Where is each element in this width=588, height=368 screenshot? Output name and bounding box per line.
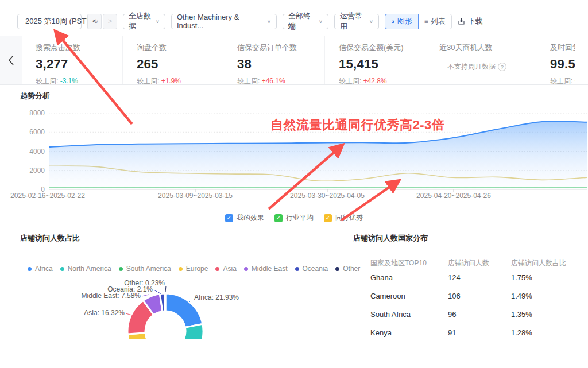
region-legend-item[interactable]: Oceania: [295, 265, 328, 273]
table-cell: Kenya: [353, 328, 448, 337]
table-cell: Cameroon: [353, 292, 448, 300]
pie-chart-icon: ◕: [391, 18, 395, 25]
kpi-label: 询盘个数: [137, 42, 223, 53]
legend-dot: [28, 267, 32, 271]
chevron-down-icon: ∨: [319, 19, 323, 24]
trend-legend: ✓我的效果✓行业平均✓同行优秀: [0, 213, 588, 223]
pie-slice-north-america[interactable]: [172, 324, 203, 339]
kpi-delta: 较上周: +1.9%: [137, 76, 223, 84]
table-cell: 1.28%: [511, 328, 580, 337]
view-toggle: ◕图形 ≡列表: [385, 14, 452, 29]
kpi-value: 15,415: [339, 57, 425, 72]
legend-label: Middle East: [252, 265, 288, 273]
date-picker[interactable]: 2025 第18周 (PST) ∨: [17, 14, 82, 29]
y-axis-tick: 4000: [29, 148, 45, 156]
metric-preset-select[interactable]: 运营常用∨: [334, 14, 379, 29]
compare-label: 较上周:: [237, 77, 262, 84]
region-legend: AfricaNorth AmericaSouth AmericaEuropeAs…: [28, 265, 360, 273]
table-cell: 1.35%: [511, 310, 580, 319]
table-row: Kenya911.28%: [353, 323, 580, 342]
country-table: 店铺访问人数国家分布 国家及地区TOP10店铺访问人数店铺访问人数占比 Ghan…: [353, 233, 580, 342]
region-legend-item[interactable]: Africa: [28, 265, 53, 273]
legend-dot: [244, 267, 248, 271]
terminal-select[interactable]: 全部终端∨: [283, 14, 328, 29]
kpi-label: 近30天商机人数: [439, 42, 536, 53]
next-week-button[interactable]: >: [103, 14, 117, 29]
compare-label: 较上周:: [550, 77, 575, 84]
region-legend-item[interactable]: North America: [60, 265, 111, 273]
help-icon[interactable]: ?: [498, 63, 506, 71]
legend-dot: [295, 267, 299, 271]
table-column-header: 国家及地区TOP10: [353, 258, 448, 268]
kpi-label: 搜索点击次数: [36, 42, 122, 53]
legend-label: 行业平均: [286, 213, 314, 223]
table-row: Cameroon1061.49%: [353, 286, 580, 305]
kpi-label: 及时回复率: [550, 42, 575, 53]
kpi-delta: 较上周: +46.1%: [237, 76, 324, 84]
y-axis-tick: 2000: [29, 166, 45, 175]
legend-label: North America: [68, 265, 111, 273]
trend-legend-item[interactable]: ✓行业平均: [274, 213, 314, 223]
kpi-label: 信保交易订单个数: [237, 42, 324, 53]
legend-dot: [215, 267, 219, 271]
kpi-delta-value: +46.1%: [262, 77, 285, 84]
legend-label: 我的效果: [237, 213, 264, 223]
region-legend-item[interactable]: Middle East: [244, 265, 288, 273]
kpi-note: 不支持周月数据?: [439, 62, 536, 72]
trend-section-title: 趋势分析: [20, 91, 50, 101]
x-axis-label: 2025-02-16~2025-02-22: [10, 192, 85, 200]
kpi-card: 信保交易金额(美元)15,415较上周: +42.8%: [324, 36, 425, 84]
chevron-left-icon: [8, 55, 14, 65]
analytics-dashboard: 2025 第18周 (PST) ∨ < > 全店数据∨ Other Machin…: [0, 0, 588, 368]
x-axis-label: 2025-03-30~2025-04-05: [290, 192, 365, 200]
chart-view-button[interactable]: ◕图形: [385, 14, 419, 29]
kpi-delta: 较上周: -3.1%: [36, 76, 122, 84]
pie-slice-other[interactable]: [165, 293, 165, 311]
region-legend-item[interactable]: South America: [119, 265, 171, 273]
table-cell: 106: [448, 292, 511, 300]
region-legend-item[interactable]: Europe: [179, 265, 208, 273]
legend-checkbox[interactable]: ✓: [324, 214, 332, 222]
category-select[interactable]: Other Machinery & Indust...∨: [171, 14, 277, 29]
date-picker-value: 2025 第18周 (PST): [25, 16, 89, 26]
list-icon: ≡: [424, 17, 428, 25]
trend-legend-item[interactable]: ✓我的效果: [225, 213, 264, 223]
kpi-value: 265: [137, 57, 223, 72]
x-axis-label: 2025-04-20~2025-04-26: [416, 192, 491, 200]
download-button[interactable]: 下载: [458, 16, 483, 26]
legend-checkbox[interactable]: ✓: [274, 214, 283, 222]
table-cell: 124: [448, 273, 511, 282]
trend-legend-item[interactable]: ✓同行优秀: [324, 213, 363, 223]
chevron-down-icon: ∨: [267, 19, 271, 24]
pie-label: Middle East: 7.58%: [82, 292, 141, 300]
store-data-select[interactable]: 全店数据∨: [123, 14, 165, 29]
legend-label: Europe: [186, 265, 208, 273]
compare-label: 较上周:: [36, 77, 60, 84]
table-cell: 91: [448, 328, 511, 337]
kpi-scroll-left-button[interactable]: [0, 36, 22, 84]
kpi-label: 信保交易金额(美元): [339, 42, 425, 53]
region-legend-item[interactable]: Asia: [215, 265, 236, 273]
kpi-value: 99.53%: [550, 57, 575, 72]
legend-dot: [179, 267, 183, 271]
kpi-card: 信保交易订单个数38较上周: +46.1%: [223, 36, 324, 84]
legend-label: Asia: [223, 265, 236, 273]
table-title: 店铺访问人数国家分布: [353, 233, 580, 243]
kpi-card: 及时回复率99.53%较上周: +4.2%: [536, 36, 575, 84]
pie-section-title: 店铺访问人数占比: [20, 233, 80, 243]
kpi-card: 搜索点击次数3,277较上周: -3.1%: [22, 36, 122, 84]
y-axis-tick: 6000: [29, 128, 45, 136]
kpi-card: 询盘个数265较上周: +1.9%: [122, 36, 223, 84]
chevron-down-icon: ∨: [156, 19, 160, 24]
kpi-value: 3,277: [36, 57, 122, 72]
legend-label: 同行优秀: [335, 213, 363, 223]
table-header: 国家及地区TOP10店铺访问人数店铺访问人数占比: [353, 258, 580, 268]
week-pager: < >: [87, 14, 117, 29]
compare-label: 较上周:: [339, 77, 363, 84]
toolbar: 2025 第18周 (PST) ∨ < > 全店数据∨ Other Machin…: [0, 13, 588, 30]
legend-checkbox[interactable]: ✓: [225, 214, 233, 222]
kpi-note-text: 不支持周月数据: [447, 62, 496, 72]
kpi-delta: 较上周: +42.8%: [339, 76, 425, 84]
kpi-value: 38: [237, 57, 324, 72]
list-view-button[interactable]: ≡列表: [418, 14, 452, 29]
